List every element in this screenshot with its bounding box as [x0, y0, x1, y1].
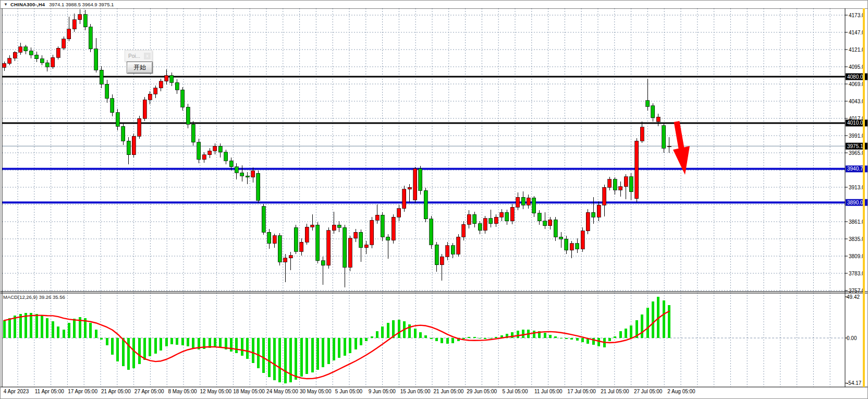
svg-text:21 Jun 05:00: 21 Jun 05:00 — [433, 389, 463, 394]
svg-text:18 May 05:00: 18 May 05:00 — [233, 389, 265, 394]
svg-text:17 Jul 05:00: 17 Jul 05:00 — [567, 389, 596, 394]
svg-text:29 Jun 05:00: 29 Jun 05:00 — [467, 389, 497, 394]
svg-text:27 Apr 05:00: 27 Apr 05:00 — [135, 389, 164, 394]
symbol-timeframe-label: CHINA300-,H4 — [10, 2, 45, 7]
script-popup: Poi... x 开始 — [125, 50, 152, 62]
svg-text:4173.0: 4173.0 — [849, 13, 865, 18]
svg-text:24 May 05:00: 24 May 05:00 — [266, 389, 298, 394]
chart-header: ▼ CHINA300-,H4 3974.1 3988.5 3964.9 3975… — [1, 1, 867, 8]
svg-text:0.00: 0.00 — [847, 335, 857, 341]
svg-text:3975.1: 3975.1 — [847, 143, 863, 149]
svg-text:21 Jul 05:00: 21 Jul 05:00 — [601, 389, 629, 394]
svg-text:3913.0: 3913.0 — [849, 185, 865, 190]
svg-text:27 Jul 05:00: 27 Jul 05:00 — [634, 389, 663, 394]
svg-text:3835.0: 3835.0 — [849, 236, 865, 242]
svg-text:4080.0: 4080.0 — [847, 74, 863, 80]
svg-text:11 Jul 05:00: 11 Jul 05:00 — [534, 389, 563, 394]
script-popup-titlebar[interactable]: Poi... x — [125, 50, 152, 62]
svg-text:11 Apr 05:00: 11 Apr 05:00 — [35, 389, 64, 394]
svg-text:30 May 05:00: 30 May 05:00 — [300, 389, 332, 394]
close-icon[interactable]: x — [144, 53, 151, 59]
macd-indicator-label: MACD(12,26,9) 39.26 35.56 — [3, 294, 65, 300]
svg-text:3991.0: 3991.0 — [849, 133, 865, 139]
symbol-dropdown-icon[interactable]: ▼ — [4, 2, 8, 7]
svg-text:2 Aug 05:00: 2 Aug 05:00 — [667, 389, 695, 394]
svg-text:4069.0: 4069.0 — [849, 81, 865, 87]
svg-text:12 May 05:00: 12 May 05:00 — [200, 389, 231, 394]
svg-text:3809.0: 3809.0 — [849, 253, 865, 259]
svg-text:4 Apr 2023: 4 Apr 2023 — [4, 389, 29, 394]
svg-text:15 Jun 05:00: 15 Jun 05:00 — [400, 389, 431, 394]
svg-text:3783.0: 3783.0 — [849, 271, 865, 276]
svg-text:3861.0: 3861.0 — [849, 219, 865, 225]
svg-text:3965.0: 3965.0 — [849, 150, 865, 156]
svg-text:-54.17: -54.17 — [847, 380, 862, 386]
svg-text:4095.0: 4095.0 — [849, 64, 865, 70]
mt4-chart-window: 4173.04147.04121.04095.04069.04043.04017… — [0, 0, 868, 399]
svg-text:17 Apr 05:00: 17 Apr 05:00 — [68, 389, 97, 394]
script-popup-title: Poi... — [128, 53, 140, 59]
start-button[interactable]: 开始 — [127, 62, 153, 74]
ohlc-values-label: 3974.1 3988.5 3964.9 3975.1 — [49, 2, 114, 7]
svg-text:49.42: 49.42 — [847, 294, 860, 300]
svg-text:3940.7: 3940.7 — [847, 166, 863, 172]
svg-text:8 May 05:00: 8 May 05:00 — [168, 389, 197, 394]
svg-text:4010.0: 4010.0 — [847, 120, 863, 126]
svg-text:9 Jun 05:00: 9 Jun 05:00 — [369, 389, 396, 394]
svg-text:3890.0: 3890.0 — [847, 200, 863, 205]
svg-text:4043.0: 4043.0 — [849, 99, 865, 104]
svg-text:4121.0: 4121.0 — [849, 47, 865, 53]
svg-text:3757.0: 3757.0 — [849, 288, 865, 294]
svg-text:21 Apr 05:00: 21 Apr 05:00 — [101, 389, 131, 394]
svg-text:4147.0: 4147.0 — [849, 30, 865, 35]
svg-text:5 Jul 05:00: 5 Jul 05:00 — [503, 389, 528, 394]
svg-text:5 Jun 05:00: 5 Jun 05:00 — [335, 389, 363, 394]
